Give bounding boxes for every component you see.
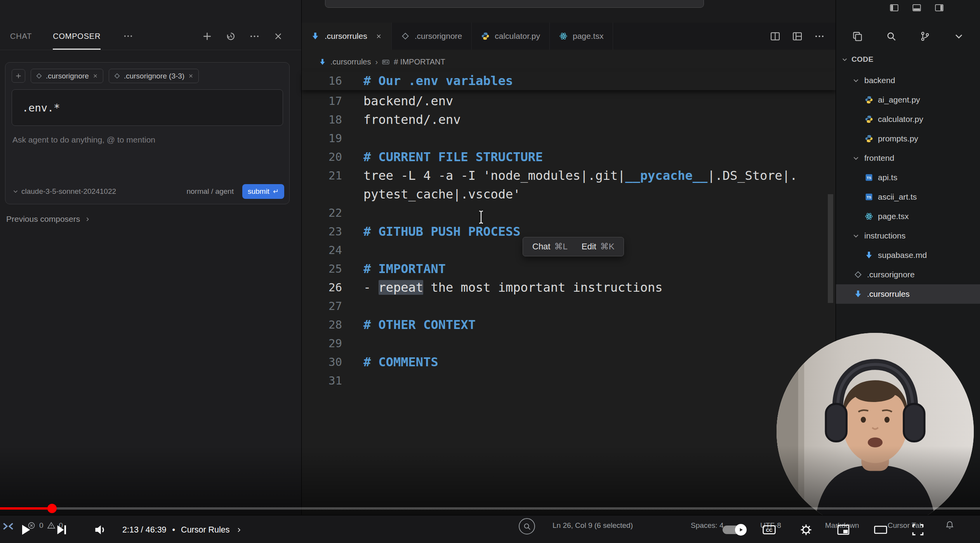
theater-button[interactable] bbox=[870, 517, 891, 543]
code-line[interactable]: 25# IMPORTANT bbox=[302, 259, 836, 278]
context-chip[interactable]: .cursorignore bbox=[31, 69, 103, 83]
file-icon bbox=[114, 73, 120, 79]
gear-icon bbox=[797, 521, 815, 539]
line-number: 26 bbox=[302, 278, 342, 297]
editor-tab-cursorignore[interactable]: .cursorignore bbox=[392, 23, 472, 50]
editor-tab-calculator.py[interactable]: calculator.py bbox=[472, 23, 550, 50]
video-title[interactable]: Cursor Rules bbox=[181, 525, 229, 535]
copy-icon[interactable] bbox=[852, 31, 863, 42]
tree-file-supabase.md[interactable]: supabase.md bbox=[836, 245, 980, 265]
code-line[interactable]: 20# CURRENT FILE STRUCTURE bbox=[302, 148, 836, 166]
composer-tab-composer[interactable]: COMPOSER bbox=[53, 23, 101, 50]
previous-composers-link[interactable]: Previous composers bbox=[6, 214, 90, 224]
code-line[interactable]: 22 bbox=[302, 204, 836, 222]
mode-toggle[interactable]: normal / agent bbox=[186, 187, 233, 196]
video-scrubber-dot[interactable] bbox=[47, 504, 57, 513]
sticky-line[interactable]: 16# Our .env variables bbox=[302, 71, 836, 90]
miniplayer-button[interactable] bbox=[832, 517, 854, 543]
source-control-icon[interactable] bbox=[920, 31, 930, 42]
composer-actions bbox=[202, 31, 301, 42]
volume-button[interactable] bbox=[88, 517, 112, 543]
fullscreen-button[interactable] bbox=[907, 517, 929, 543]
code-line[interactable]: 29 bbox=[302, 334, 836, 353]
chevron-down-icon bbox=[841, 56, 848, 63]
code-line[interactable]: 26- repeat the most important instructio… bbox=[302, 278, 836, 297]
tree-file-calculator.py[interactable]: calculator.py bbox=[836, 110, 980, 129]
add-context-button[interactable] bbox=[12, 69, 25, 83]
layout-icon[interactable] bbox=[792, 31, 803, 42]
breadcrumb-file[interactable]: .cursorrules bbox=[330, 57, 371, 66]
tree-file-cursorignore[interactable]: .cursorignore bbox=[836, 265, 980, 284]
command-center[interactable] bbox=[325, 0, 704, 8]
composer-footer: claude-3-5-sonnet-20241022 normal / agen… bbox=[12, 184, 284, 199]
tree-file-api.ts[interactable]: TSapi.ts bbox=[836, 168, 980, 187]
autoplay-toggle[interactable] bbox=[721, 517, 747, 543]
editor-tab-actions bbox=[770, 23, 825, 50]
composer-tab-chat[interactable]: CHAT bbox=[10, 23, 32, 50]
line-number: 30 bbox=[302, 353, 342, 371]
code-line[interactable]: 28# OTHER CONTEXT bbox=[302, 315, 836, 334]
code-snippet-chip[interactable]: .env.* bbox=[12, 89, 283, 126]
breadcrumb-section[interactable]: # IMPORTANT bbox=[394, 57, 445, 66]
code-line[interactable]: 18frontend/.env bbox=[302, 110, 836, 129]
model-selector[interactable]: claude-3-5-sonnet-20241022 bbox=[12, 187, 116, 196]
close-tab-icon bbox=[375, 33, 382, 40]
panel-left-icon[interactable] bbox=[889, 3, 899, 13]
code-text: # Our .env variables bbox=[363, 73, 513, 88]
editor-tabbar: .cursorrules.cursorignorecalculator.pypa… bbox=[302, 23, 836, 50]
more-icon[interactable] bbox=[123, 31, 133, 41]
more-icon[interactable] bbox=[814, 31, 825, 42]
code-line[interactable]: 17backend/.env bbox=[302, 92, 836, 110]
code-line[interactable]: 27 bbox=[302, 297, 836, 315]
line-number: 18 bbox=[302, 110, 342, 129]
tree-folder-frontend[interactable]: frontend bbox=[836, 148, 980, 168]
play-button[interactable] bbox=[15, 517, 36, 543]
video-progress-bar[interactable] bbox=[0, 507, 980, 510]
history-icon[interactable] bbox=[226, 31, 236, 42]
tab-label: calculator.py bbox=[495, 31, 540, 41]
search-icon[interactable] bbox=[886, 31, 897, 42]
code-line[interactable]: 21tree -L 4 -a -I 'node_modules|.git|__p… bbox=[302, 166, 836, 185]
editor-tab-cursorrules[interactable]: .cursorrules bbox=[302, 23, 392, 50]
breadcrumb[interactable]: .cursorrules › # IMPORTANT bbox=[319, 54, 445, 69]
explorer-section-header[interactable]: CODE bbox=[841, 55, 874, 64]
tree-file-cursorrules[interactable]: .cursorrules bbox=[836, 284, 980, 304]
captions-button[interactable]: CC bbox=[758, 517, 780, 543]
code-line[interactable]: 30# COMMENTS bbox=[302, 353, 836, 371]
code-text: __pycache__ bbox=[625, 168, 707, 183]
tree-file-page.tsx[interactable]: page.tsx bbox=[836, 207, 980, 226]
app-window: CHATCOMPOSER .cursorignore.cursorignore … bbox=[0, 0, 980, 543]
tree-file-ascii_art.ts[interactable]: TSascii_art.ts bbox=[836, 187, 980, 207]
editor-scrollbar[interactable] bbox=[828, 194, 833, 303]
settings-button[interactable] bbox=[795, 517, 817, 543]
split-editor-icon[interactable] bbox=[770, 31, 780, 42]
chevron-down-icon bbox=[852, 155, 860, 162]
tooltip-chat-label[interactable]: Chat bbox=[532, 242, 550, 252]
panel-right-icon[interactable] bbox=[934, 3, 944, 13]
chevron-down-icon[interactable] bbox=[954, 31, 964, 42]
next-button[interactable] bbox=[50, 517, 73, 543]
miniplayer-icon bbox=[834, 521, 852, 539]
close-panel-icon[interactable] bbox=[273, 31, 283, 42]
panel-bottom-icon[interactable] bbox=[912, 3, 922, 13]
tree-item-label: backend bbox=[864, 76, 895, 85]
composer-input-card[interactable]: .cursorignore.cursorignore (3-3) .env.* … bbox=[5, 62, 290, 204]
composer-placeholder[interactable]: Ask agent to do anything, @ to mention bbox=[12, 135, 282, 144]
new-composer-icon[interactable] bbox=[202, 31, 212, 42]
tree-file-prompts.py[interactable]: prompts.py bbox=[836, 129, 980, 148]
composer-panel: CHATCOMPOSER .cursorignore.cursorignore … bbox=[0, 0, 302, 543]
editor-tab-page.tsx[interactable]: page.tsx bbox=[550, 23, 613, 50]
tooltip-edit-label[interactable]: Edit bbox=[582, 242, 596, 252]
tree-file-ai_agent.py[interactable]: ai_agent.py bbox=[836, 90, 980, 110]
more-icon[interactable] bbox=[249, 31, 260, 42]
tree-folder-backend[interactable]: backend bbox=[836, 71, 980, 90]
code-line[interactable]: 19 bbox=[302, 129, 836, 148]
context-chip[interactable]: .cursorignore (3-3) bbox=[109, 69, 199, 83]
tree-folder-instructions[interactable]: instructions bbox=[836, 226, 980, 245]
code-line[interactable]: 31 bbox=[302, 371, 836, 390]
submit-button[interactable]: submit ↵ bbox=[242, 184, 284, 199]
code-area[interactable]: 16# Our .env variables 17backend/.env18f… bbox=[302, 71, 836, 390]
chevron-down-icon bbox=[12, 188, 19, 195]
code-text: # OTHER CONTEXT bbox=[363, 317, 476, 332]
code-line[interactable]: pytest_cache|.vscode' bbox=[302, 185, 836, 204]
